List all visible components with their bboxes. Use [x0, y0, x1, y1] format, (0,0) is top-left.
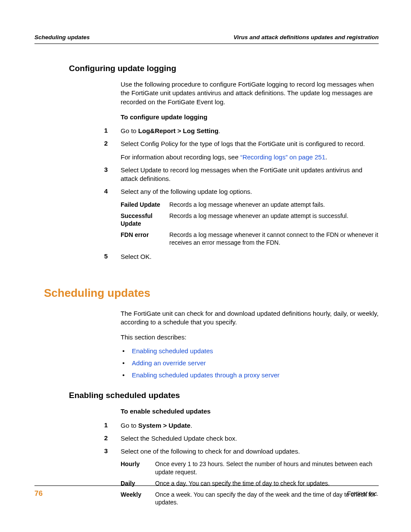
bullet-list: • Enabling scheduled updates • Adding an…	[121, 346, 379, 380]
step-text: Select any of the following update log o…	[121, 187, 379, 196]
link-enabling-scheduled-updates[interactable]: Enabling scheduled updates	[132, 346, 213, 356]
page-number: 76	[34, 489, 43, 498]
step-number: 3	[34, 447, 121, 456]
procedure-title: To enable scheduled updates	[121, 407, 379, 416]
intro-para: Use the following procedure to configure…	[121, 80, 379, 106]
schedule-options-table: Hourly Once every 1 to 23 hours. Select …	[121, 460, 379, 506]
table-row: Hourly Once every 1 to 23 hours. Select …	[121, 460, 379, 476]
term: Hourly	[121, 460, 155, 476]
step-text: Select OK.	[121, 252, 379, 261]
table-row: Successful Update Records a log message …	[121, 212, 379, 227]
heading-enabling-scheduled-updates: Enabling scheduled updates	[69, 391, 379, 400]
term: FDN error	[121, 231, 169, 246]
header-right: Virus and attack definitions updates and…	[234, 34, 379, 40]
step-number: 2	[34, 434, 121, 443]
heading-scheduling-updates: Scheduling updates	[44, 286, 379, 300]
step-text: Select Update to record log messages whe…	[121, 166, 379, 184]
desc: Records a log message whenever an update…	[169, 212, 379, 227]
step-text: Go to Log&Report > Log Setting.	[121, 127, 379, 135]
update-log-options-table: Failed Update Records a log message when…	[121, 201, 379, 247]
step-row: 1 Go to System > Update.	[34, 421, 379, 430]
page-footer: 76 Fortinet Inc.	[34, 485, 379, 498]
link-enabling-via-proxy[interactable]: Enabling scheduled updates through a pro…	[132, 370, 280, 380]
step-number: 3	[34, 166, 121, 184]
step-row: 2 Select Config Policy for the type of l…	[34, 140, 379, 162]
page: Scheduling updates Virus and attack defi…	[0, 0, 411, 506]
step-text: Select one of the following to check for…	[121, 447, 379, 456]
step-row: 3 Select one of the following to check f…	[34, 447, 379, 456]
step-number: 2	[34, 140, 121, 162]
step-row: 2 Select the Scheduled Update check box.	[34, 434, 379, 443]
step-row: 1 Go to Log&Report > Log Setting.	[34, 127, 379, 135]
running-header: Scheduling updates Virus and attack defi…	[34, 34, 379, 44]
procedure-title: To configure update logging	[121, 113, 379, 121]
bullet-icon: •	[121, 358, 132, 368]
term: Successful Update	[121, 212, 169, 227]
heading-configuring-update-logging: Configuring update logging	[69, 64, 379, 73]
list-item: • Enabling scheduled updates	[121, 346, 379, 356]
step-number: 1	[34, 421, 121, 430]
nav-path: System > Update	[138, 422, 190, 429]
list-item: • Enabling scheduled updates through a p…	[121, 370, 379, 380]
desc: Once every 1 to 23 hours. Select the num…	[155, 460, 379, 476]
header-left: Scheduling updates	[34, 34, 90, 40]
step-row: 5 Select OK.	[34, 252, 379, 261]
step-text: Select Config Policy for the type of log…	[121, 140, 379, 162]
publisher: Fortinet Inc.	[347, 490, 379, 497]
intro-para: The FortiGate unit can check for and dow…	[121, 309, 379, 327]
bullet-icon: •	[121, 346, 132, 356]
link-recording-logs[interactable]: “Recording logs” on page 251	[240, 153, 326, 161]
step-number: 4	[34, 187, 121, 196]
table-row: Failed Update Records a log message when…	[121, 201, 379, 208]
desc: Records a log message whenever it cannot…	[169, 231, 379, 246]
table-row: FDN error Records a log message whenever…	[121, 231, 379, 246]
nav-path: Log&Report > Log Setting	[138, 127, 218, 134]
desc: Records a log message whenever an update…	[169, 201, 379, 208]
list-item: • Adding an override server	[121, 358, 379, 368]
link-adding-override-server[interactable]: Adding an override server	[132, 358, 206, 368]
bullet-icon: •	[121, 370, 132, 380]
step-row: 4 Select any of the following update log…	[34, 187, 379, 196]
step-number: 5	[34, 252, 121, 261]
step-number: 1	[34, 127, 121, 135]
step-text: Go to System > Update.	[121, 421, 379, 430]
term: Failed Update	[121, 201, 169, 208]
desc-para: This section describes:	[121, 333, 379, 342]
step-text: Select the Scheduled Update check box.	[121, 434, 379, 443]
step-row: 3 Select Update to record log messages w…	[34, 166, 379, 184]
